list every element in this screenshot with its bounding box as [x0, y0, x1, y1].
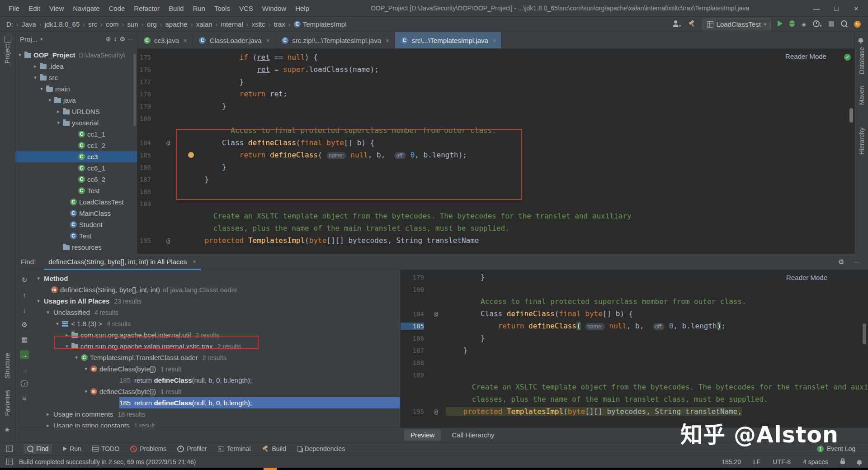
breadcrumb-internal[interactable]: internal	[221, 20, 243, 28]
tool-strip-structure[interactable]: Structure	[4, 353, 11, 379]
code-line[interactable]: 195@ protected TemplatesImpl(byte[][] by…	[137, 234, 849, 247]
bell-icon[interactable]	[857, 458, 862, 465]
chevron-down-icon[interactable]: ▾	[55, 120, 62, 126]
menu-tools[interactable]: Tools	[210, 3, 234, 14]
code-line[interactable]: Create an XSLTC template object from the…	[401, 381, 863, 393]
tool-window-switcher-icon[interactable]	[6, 446, 13, 452]
code-line[interactable]: 180	[137, 112, 849, 124]
search-everywhere-icon[interactable]	[841, 20, 847, 28]
user-icon[interactable]: ▾	[672, 20, 681, 28]
find-node-defineclass-string-byte-int-int[interactable]: mdefineClass(String, byte[], int, int)of…	[33, 284, 400, 295]
find-node-templatesimpl-transletclassloader[interactable]: ▾CTemplatesImpl.TransletClassLoader2 res…	[33, 352, 400, 363]
status-panel-icon[interactable]	[6, 459, 13, 465]
usage-row[interactable]: 185return defineClass(null, b, 0, b.leng…	[33, 397, 400, 408]
editor-tab-src-zip-templatesimpl-java[interactable]: Csrc.zip!\...\TemplatesImpl.java×	[275, 32, 395, 48]
code-line[interactable]: classes, plus the name of the main trans…	[401, 393, 863, 405]
chevron-down-icon[interactable]: ▾	[38, 86, 45, 92]
project-item-idea[interactable]: ▸.idea	[15, 61, 137, 72]
build-hammer-icon[interactable]	[688, 20, 696, 28]
breadcrumb-java[interactable]: Java	[22, 20, 36, 28]
minimize-button[interactable]: —	[807, 5, 826, 12]
menu-code[interactable]: Code	[104, 3, 129, 14]
rerun-find-icon[interactable]: ↻	[20, 275, 29, 285]
breadcrumb-sun[interactable]: sun	[127, 20, 138, 28]
project-item-loadclasstest[interactable]: CLoadClassTest	[15, 196, 137, 208]
project-item-mainclass[interactable]: CMainClass	[15, 208, 137, 219]
code-line[interactable]: 186 }	[401, 332, 863, 344]
close-tab-icon[interactable]: ×	[184, 37, 187, 44]
menu-file[interactable]: File	[5, 3, 24, 14]
project-item-cc1-1[interactable]: Ccc1_1	[15, 128, 137, 140]
stop-button[interactable]	[829, 20, 834, 28]
find-node-usages-in-all-places[interactable]: ▾Usages in All Places23 results	[33, 295, 400, 307]
project-item-main[interactable]: ▾main	[15, 83, 137, 95]
project-item-src[interactable]: ▾src	[15, 72, 137, 83]
preview-scrollbar[interactable]	[863, 323, 866, 344]
code-line[interactable]: 184@ Class defineClass(final byte[] b) {	[401, 308, 863, 320]
tool-dependencies[interactable]: Dependencies	[297, 445, 345, 452]
autoscroll-to-source-icon[interactable]: →	[20, 350, 29, 359]
breadcrumb-apache[interactable]: apache	[165, 20, 187, 28]
editor[interactable]: 175 if (ret == null) {176 ret = super.lo…	[137, 49, 854, 254]
hide-find-panel-icon[interactable]: ─	[854, 258, 859, 266]
updates-icon[interactable]: ↻	[854, 21, 861, 28]
code-line[interactable]: 185 return defineClass( name: null, b, o…	[401, 320, 863, 332]
tab-preview[interactable]: Preview	[404, 429, 441, 441]
project-item-cc6-2[interactable]: Ccc6_2	[15, 174, 137, 185]
breadcrumb-xalan[interactable]: xalan	[196, 20, 212, 28]
find-results-tab[interactable]: defineClass(String, byte[], int, int) in…	[44, 254, 201, 270]
close-tab-icon[interactable]: ×	[386, 37, 389, 44]
project-view-select[interactable]: Proj...	[20, 35, 38, 43]
breadcrumb-com[interactable]: com	[106, 20, 118, 28]
chevron-down-icon[interactable]: ▾	[16, 52, 24, 58]
tab-call-hierarchy[interactable]: Call Hierarchy	[445, 429, 500, 441]
usage-row[interactable]: 185return defineClass(null, b, 0, b.leng…	[33, 375, 400, 386]
chevron-down-icon[interactable]: ▾	[32, 75, 39, 81]
chevron-down-icon[interactable]: ▾	[82, 366, 90, 372]
hide-panel-icon[interactable]: ─	[128, 35, 132, 43]
chevron-right-icon[interactable]: ▸	[44, 411, 52, 417]
menu-view[interactable]: View	[45, 3, 68, 14]
find-settings-gear-icon[interactable]: ⚙	[838, 258, 844, 266]
lock-icon[interactable]	[840, 458, 845, 465]
breadcrumb-trax[interactable]: trax	[274, 20, 285, 28]
tool-terminal[interactable]: >_Terminal	[218, 445, 251, 452]
breadcrumb-d[interactable]: D:	[6, 20, 13, 28]
caret-position[interactable]: 185:20	[722, 458, 741, 465]
breadcrumb-org[interactable]: org	[147, 20, 157, 28]
profiler-button[interactable]: ▾	[813, 20, 822, 28]
find-settings-icon[interactable]: ⚙	[20, 320, 29, 329]
chevron-down-icon[interactable]: ▾	[73, 355, 80, 361]
code-line[interactable]: 178 return ret;	[137, 88, 849, 100]
menu-edit[interactable]: Edit	[24, 3, 44, 14]
project-item-cc1-2[interactable]: Ccc1_2	[15, 140, 137, 151]
menu-vcs[interactable]: VCS	[235, 3, 257, 14]
project-item-test[interactable]: CTest	[15, 230, 137, 242]
reader-mode-label[interactable]: Reader Mode	[786, 274, 827, 281]
find-node-1-8-3[interactable]: ▾< 1.8 (3) >4 results	[33, 318, 400, 329]
chevron-down-icon[interactable]: ▾	[44, 309, 52, 315]
close-button[interactable]: ×	[846, 5, 866, 12]
code-line[interactable]: 189	[401, 369, 863, 381]
find-node-defineclass-byte[interactable]: ▾mdefineClass(byte[])1 result	[33, 386, 400, 397]
breadcrumb-templatesimpl[interactable]: TemplatesImpl	[303, 20, 347, 28]
tool-strip-database[interactable]: Database	[858, 47, 865, 74]
locate-file-icon[interactable]: ⊕	[106, 35, 111, 43]
file-encoding[interactable]: UTF-8	[773, 458, 791, 465]
code-line[interactable]: 195@ protected TemplatesImpl(byte[][] by…	[401, 405, 863, 418]
find-node-usage-in-string-constants[interactable]: ▸Usage in string constants1 result	[33, 420, 400, 427]
coverage-button[interactable]: ◈	[802, 21, 806, 28]
project-item-urldns[interactable]: ▸URLDNS	[15, 106, 137, 117]
usage-preview[interactable]: 179 }180 Access to final protected super…	[401, 270, 868, 427]
code-line[interactable]: 188	[401, 356, 863, 369]
notifications-icon[interactable]	[859, 36, 863, 43]
project-item-student[interactable]: CStudent	[15, 219, 137, 230]
run-button[interactable]	[778, 20, 783, 28]
close-tab-icon[interactable]: ×	[493, 37, 496, 44]
tool-build[interactable]: Build	[262, 445, 286, 452]
find-node-usage-in-comments[interactable]: ▸Usage in comments18 results	[33, 408, 400, 420]
project-item-test[interactable]: CTest	[15, 185, 137, 196]
reader-mode-label[interactable]: Reader Mode	[785, 52, 826, 60]
menu-refactor[interactable]: Refactor	[130, 3, 164, 14]
editor-tab-cc3-java[interactable]: Ccc3.java×	[137, 32, 193, 48]
